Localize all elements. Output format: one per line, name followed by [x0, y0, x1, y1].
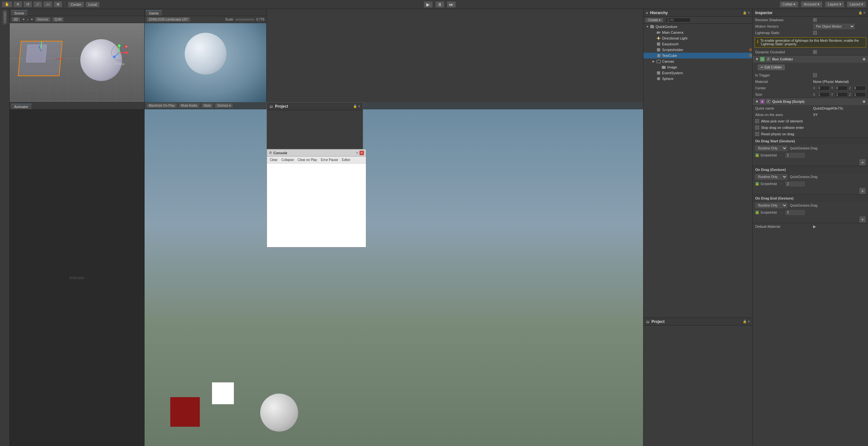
stop-drag-checkbox[interactable]: [755, 126, 759, 129]
hand-tool-btn[interactable]: ✋: [2, 1, 12, 7]
error-pause-btn[interactable]: Error Pause: [319, 157, 340, 162]
drag-runtime-dropdown[interactable]: Runtime Only: [755, 174, 787, 180]
2d-btn[interactable]: 2D: [11, 17, 20, 22]
inspector-header-btns: 🔒 ≡: [858, 11, 865, 14]
account-btn[interactable]: Account ▾: [801, 1, 823, 7]
hierarchy-item-quickgesture[interactable]: ▼ QuickGesture: [644, 24, 752, 30]
game-gizmos-btn[interactable]: Gizmos ▾: [215, 103, 233, 108]
hierarchy-item-dir-light[interactable]: Directional Light: [644, 35, 752, 41]
drag-end-value[interactable]: [785, 210, 805, 215]
drag-end-runtime-dropdown[interactable]: Runtime Only: [755, 203, 787, 208]
scene-tab[interactable]: Scene: [11, 10, 27, 16]
size-x-input[interactable]: [817, 92, 830, 97]
default-material-expand[interactable]: ▶: [813, 224, 816, 229]
hierarchy-item-scriptsholder[interactable]: ScriptsHolder ⚙: [644, 47, 752, 53]
inspector-menu-btn[interactable]: ≡: [864, 11, 865, 14]
scale-slider[interactable]: [235, 19, 254, 21]
pause-btn[interactable]: ⏸: [435, 1, 444, 8]
combo-tool-btn[interactable]: ⊕: [54, 1, 62, 7]
layout-btn[interactable]: Layout ▾: [847, 1, 866, 7]
drag-end-plus-btn[interactable]: +: [860, 216, 865, 222]
svg-point-25: [663, 66, 664, 67]
maximize-btn[interactable]: Maximize On Play: [147, 103, 177, 108]
gizmos-btn[interactable]: Gizmos: [35, 17, 51, 22]
animator-tab-vertical[interactable]: Animator: [3, 10, 7, 24]
hierarchy-item-easytouch[interactable]: Easytouch: [644, 41, 752, 47]
rotate-tool-btn[interactable]: ↺: [24, 1, 32, 7]
dynamic-occluded-checkbox[interactable]: ✓: [813, 50, 817, 54]
project-lock-btn[interactable]: 🔒: [353, 105, 357, 108]
center-row: Center X Y: [753, 85, 868, 91]
collapse-btn[interactable]: Collapse: [280, 157, 296, 162]
reset-physic-row: Reset physic on drag: [753, 131, 868, 137]
center-btn[interactable]: Center: [68, 2, 84, 7]
scene-bg: ✕ < Persp: [10, 23, 144, 102]
stats-btn[interactable]: Stats: [202, 103, 213, 108]
create-btn[interactable]: Create ▾: [645, 18, 663, 23]
camera-icon: [656, 30, 661, 35]
clear-on-play-btn[interactable]: Clear on Play: [296, 157, 319, 162]
clear-btn[interactable]: Clear: [268, 157, 279, 162]
hierarchy-menu-btn[interactable]: ≡: [748, 11, 750, 14]
center-y-input[interactable]: [835, 86, 848, 91]
hierarchy-lock-btn[interactable]: 🔒: [743, 11, 747, 14]
layers-btn[interactable]: Layers ▾: [825, 1, 844, 7]
allow-pick-checkbox[interactable]: [755, 119, 759, 123]
center-z-input[interactable]: [853, 86, 866, 91]
hierarchy-item-eventsystem[interactable]: EventSystem: [644, 70, 752, 76]
hierarchy-header-btns: 🔒 ≡: [743, 11, 750, 14]
hierarchy-item-testcube[interactable]: TestCube ⚙: [644, 53, 752, 58]
drag-plus-btn[interactable]: +: [860, 188, 865, 194]
quick-drag-enabled-checkbox[interactable]: ✓: [767, 99, 770, 103]
project-panel-menu-btn[interactable]: ≡: [748, 320, 750, 323]
box-collider-gear-btn[interactable]: ⚙: [863, 58, 865, 61]
reset-physic-checkbox[interactable]: [755, 132, 759, 136]
move-tool-btn[interactable]: ✛: [13, 1, 22, 7]
on-drag-header: On Drag (Gesture): [753, 166, 868, 173]
scene-all-btn[interactable]: Q:All: [52, 17, 64, 22]
box-collider-section-header[interactable]: ▼ □ ✓ Box Collider ⚙: [753, 56, 868, 63]
editor-btn[interactable]: Editor: [340, 157, 352, 162]
local-btn[interactable]: Local: [86, 2, 100, 7]
project-menu-btn[interactable]: ≡: [358, 105, 360, 108]
hierarchy-item-image[interactable]: Image: [644, 64, 752, 70]
console-menu-btn[interactable]: ≡: [356, 151, 358, 154]
animator-main-tab[interactable]: Animator: [11, 104, 31, 109]
project-panel-lock-btn[interactable]: 🔒: [743, 320, 747, 323]
drag-value[interactable]: [785, 182, 805, 186]
hierarchy-icon: ≡: [646, 11, 648, 15]
edit-collider-row: ✏ Edit Collider: [753, 63, 868, 72]
mute-btn[interactable]: Mute Audio: [179, 103, 199, 108]
console-close-btn[interactable]: ✕: [360, 151, 364, 155]
resolution-btn[interactable]: 2048x1536 Landscape (20°: [147, 17, 190, 22]
center-x-input[interactable]: [817, 86, 830, 91]
drag-start-value[interactable]: [785, 153, 805, 158]
drag-obj-icon: 🔒: [755, 182, 759, 186]
hierarchy-item-canvas[interactable]: ▶ Canvas: [644, 58, 752, 64]
hierarchy-item-sphere[interactable]: Sphere: [644, 76, 752, 82]
lightmap-static-checkbox[interactable]: [813, 31, 817, 35]
scale-tool-btn[interactable]: ⤢: [33, 1, 42, 7]
size-z-input[interactable]: [853, 92, 866, 97]
drag-start-plus-btn[interactable]: +: [860, 159, 865, 165]
is-trigger-checkbox[interactable]: [813, 73, 817, 77]
quick-drag-gear-btn[interactable]: ⚙: [863, 100, 865, 103]
quickgesture-arrow: ▼: [646, 25, 650, 28]
game-tab[interactable]: Game: [146, 10, 162, 16]
inspector-lock-btn[interactable]: 🔒: [858, 11, 862, 14]
svg-point-28: [657, 77, 660, 80]
hierarchy-search[interactable]: [665, 18, 691, 23]
rect-tool-btn[interactable]: ▭: [43, 1, 52, 7]
edit-collider-btn[interactable]: ✏ Edit Collider: [758, 65, 785, 70]
quick-drag-section-header[interactable]: ▼ ⚡ ✓ Quick Drag (Script) ⚙: [753, 98, 868, 105]
box-collider-enabled-checkbox[interactable]: ✓: [767, 57, 770, 61]
scene-toolbar: 2D ☀ ♪ ✦ Gizmos Q:All: [10, 16, 144, 23]
play-btn[interactable]: ▶: [424, 1, 433, 8]
hierarchy-item-main-camera[interactable]: Main Camera: [644, 30, 752, 35]
receive-shadows-checkbox[interactable]: ✓: [813, 18, 817, 22]
step-btn[interactable]: ⏭: [447, 1, 456, 8]
motion-vectors-dropdown[interactable]: Per Object Motion: [813, 24, 855, 29]
collab-btn[interactable]: Collab ▾: [780, 1, 798, 7]
drag-start-runtime-dropdown[interactable]: Runtime Only: [755, 146, 787, 151]
size-y-input[interactable]: [835, 92, 848, 97]
